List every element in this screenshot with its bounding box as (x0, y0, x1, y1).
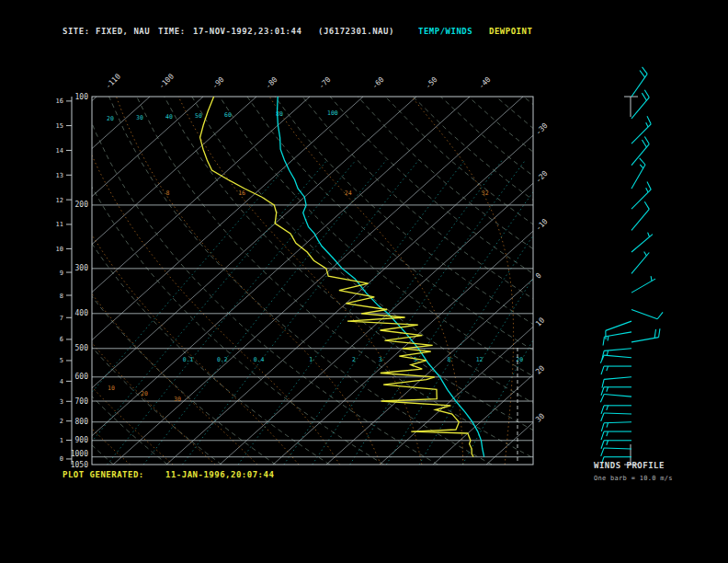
svg-text:11: 11 (56, 221, 63, 228)
svg-text:4: 4 (60, 378, 63, 385)
svg-text:12: 12 (476, 356, 483, 363)
svg-text:32: 32 (482, 190, 489, 197)
winds-profile-scale-note: One barb = 10.0 m/s (594, 475, 673, 482)
svg-text:5: 5 (60, 357, 63, 364)
svg-text:24: 24 (345, 190, 352, 197)
svg-text:3: 3 (60, 398, 63, 406)
dry-adiabat-grid (0, 97, 728, 465)
svg-text:0.2: 0.2 (217, 356, 228, 363)
svg-text:400: 400 (75, 309, 89, 317)
svg-text:60: 60 (224, 111, 232, 119)
svg-text:8: 8 (60, 293, 63, 300)
svg-text:14: 14 (56, 147, 63, 155)
svg-text:9: 9 (60, 270, 63, 277)
svg-text:30: 30 (136, 114, 143, 121)
isotherm-grid (0, 97, 728, 465)
svg-text:5: 5 (414, 356, 417, 363)
svg-text:7: 7 (60, 315, 63, 322)
svg-text:-70: -70 (317, 75, 333, 91)
svg-text:10: 10 (534, 316, 546, 327)
svg-text:10: 10 (56, 246, 63, 253)
svg-text:40: 40 (165, 113, 173, 121)
pressure-axis-labels: 10020030040050060070080090010001050 (71, 93, 88, 469)
svg-text:-110: -110 (104, 72, 122, 90)
svg-text:-60: -60 (370, 75, 386, 91)
svg-text:12: 12 (56, 197, 63, 204)
winds-profile-title: WINDS PROFILE (594, 461, 665, 470)
moist-adiabat-labels: 8162432 (165, 190, 488, 197)
svg-text:2: 2 (60, 418, 63, 425)
winds-profile-panel (600, 67, 663, 465)
svg-text:0.1: 0.1 (183, 356, 194, 363)
svg-text:-30: -30 (534, 121, 550, 137)
svg-text:800: 800 (75, 418, 89, 426)
plot-generated-label: PLOT GENERATED: (63, 470, 144, 479)
svg-text:1000: 1000 (71, 450, 88, 458)
svg-text:20: 20 (534, 363, 546, 375)
temp-axis-right-labels: -30-20-100102030 (534, 121, 550, 424)
svg-text:16: 16 (56, 98, 63, 105)
svg-text:100: 100 (327, 109, 338, 117)
svg-text:1050: 1050 (71, 461, 88, 469)
svg-text:-50: -50 (424, 75, 439, 91)
svg-text:8: 8 (447, 356, 450, 363)
svg-text:15: 15 (56, 122, 63, 130)
svg-text:900: 900 (75, 436, 89, 444)
svg-text:200: 200 (75, 201, 89, 209)
svg-text:600: 600 (75, 373, 89, 381)
svg-text:300: 300 (75, 264, 89, 272)
svg-text:50: 50 (195, 112, 202, 120)
svg-text:30: 30 (174, 396, 181, 403)
svg-text:2: 2 (352, 356, 356, 363)
dewpoint-trace (200, 97, 473, 457)
svg-text:20: 20 (141, 390, 148, 397)
plot-generated-value: 11-JAN-1996,20:07:44 (165, 470, 274, 479)
svg-text:500: 500 (75, 344, 89, 352)
svg-text:20: 20 (516, 356, 523, 363)
svg-text:0.4: 0.4 (254, 356, 265, 363)
svg-text:10: 10 (108, 385, 115, 392)
svg-text:1: 1 (60, 437, 63, 444)
svg-text:6: 6 (60, 336, 63, 343)
svg-text:0: 0 (534, 271, 543, 281)
temperature-trace (278, 97, 484, 457)
svg-text:3: 3 (379, 356, 382, 363)
svg-text:-40: -40 (477, 75, 493, 91)
svg-text:1: 1 (309, 356, 313, 363)
height-axis: 012345678910111213141516 (56, 97, 72, 465)
svg-text:-10: -10 (534, 217, 550, 233)
svg-text:100: 100 (75, 93, 89, 101)
temp-axis-top-labels: -110-100-90-80-70-60-50-40 (104, 72, 493, 90)
svg-text:13: 13 (56, 172, 63, 179)
skewt-screen: SITE: FIXED, NAU TIME: 17-NOV-1992,23:01… (0, 0, 728, 563)
svg-text:700: 700 (75, 397, 89, 406)
svg-text:-80: -80 (264, 75, 279, 91)
svg-text:16: 16 (238, 190, 245, 197)
svg-text:8: 8 (165, 190, 169, 197)
svg-text:-20: -20 (534, 169, 550, 185)
svg-text:-90: -90 (210, 75, 226, 91)
svg-text:30: 30 (534, 411, 546, 423)
svg-text:20: 20 (107, 115, 114, 122)
svg-text:0: 0 (60, 455, 63, 463)
svg-text:-100: -100 (157, 72, 176, 90)
